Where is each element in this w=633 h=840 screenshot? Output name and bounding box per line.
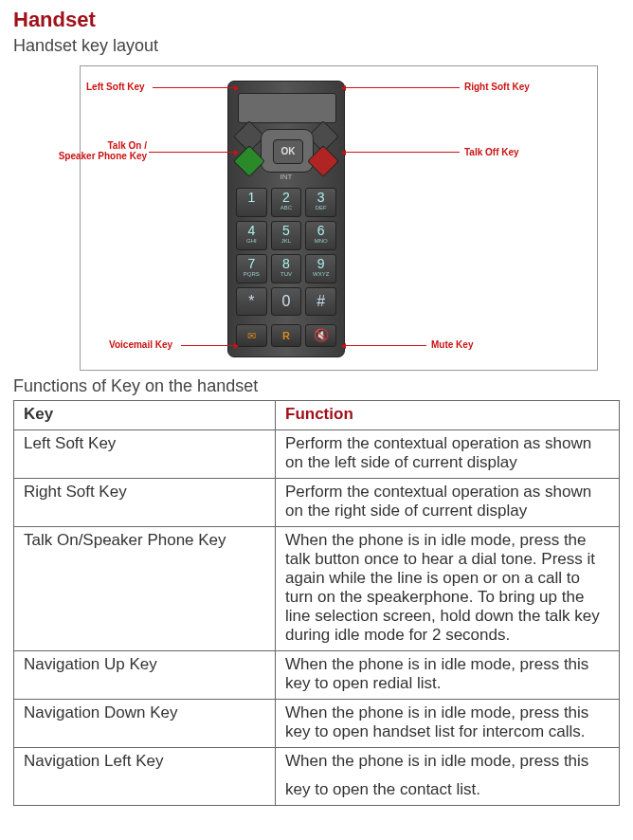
key-star: * [236,287,267,316]
key-8: 8TUV [271,254,302,283]
key-5: 5JKL [271,221,302,250]
cell-func: When the phone is in idle mode, press th… [276,651,620,700]
mute-key-icon: 🔇 [305,324,336,347]
cell-func: When the phone is in idle mode, press th… [276,748,620,777]
table-row: key to open the contact list. [14,776,620,806]
cell-key: Navigation Down Key [14,700,276,748]
cell-key: Right Soft Key [14,479,276,527]
key-3: 3DEF [305,188,336,217]
key-4: 4GHI [236,221,267,250]
key-9: 9WXYZ [305,254,336,283]
voicemail-label: Voicemail Key [109,339,172,350]
cell-func: Perform the contextual operation as show… [276,479,620,527]
table-row: Navigation Down Key When the phone is in… [14,700,620,748]
leader-line [153,87,234,88]
table-row: Navigation Up Key When the phone is in i… [14,651,620,700]
int-label: INT [270,173,302,184]
right-soft-label: Right Soft Key [464,82,530,92]
mute-label: Mute Key [431,339,473,350]
table-row: Navigation Left Key When the phone is in… [14,748,620,777]
talk-on-label: Talk On / Speaker Phone Key [24,140,147,161]
table-row: Talk On/Speaker Phone Key When the phone… [14,527,620,651]
talk-off-label: Talk Off Key [464,147,519,157]
key-6: 6MNO [305,221,336,250]
leader-line [149,152,234,153]
r-key: R [271,324,302,347]
functions-table: Key Function Left Soft Key Perform the c… [13,400,620,806]
cell-func: When the phone is in idle mode, press th… [276,527,620,651]
cell-func: When the phone is in idle mode, press th… [276,700,620,748]
bottom-row: ✉ R 🔇 [236,324,336,347]
handset-body: OK INT 1 2ABC 3DEF 4GHI 5JKL 6MNO 7PQRS … [227,81,345,357]
handset-screen [238,93,336,123]
cell-func: key to open the contact list. [276,776,620,806]
key-1: 1 [236,188,267,217]
page-title: Handset [13,8,620,32]
key-hash: # [305,287,336,316]
table-row: Right Soft Key Perform the contextual op… [14,479,620,527]
cell-key: Navigation Left Key [14,748,276,777]
cell-key: Talk On/Speaker Phone Key [14,527,276,651]
cell-key [14,776,276,806]
leader-line [346,152,460,153]
voicemail-key-icon: ✉ [236,324,267,347]
keypad: 1 2ABC 3DEF 4GHI 5JKL 6MNO 7PQRS 8TUV 9W… [236,188,336,316]
table-caption: Functions of Key on the handset [13,376,620,396]
left-soft-label: Left Soft Key [86,82,145,92]
th-key: Key [14,401,276,430]
handset-diagram: OK INT 1 2ABC 3DEF 4GHI 5JKL 6MNO 7PQRS … [80,65,598,371]
section-subtitle: Handset key layout [13,36,620,56]
leader-line [181,345,234,346]
cell-key: Left Soft Key [14,430,276,479]
leader-line [346,87,460,88]
key-7: 7PQRS [236,254,267,283]
cell-key: Navigation Up Key [14,651,276,700]
table-row: Left Soft Key Perform the contextual ope… [14,430,620,479]
leader-line [346,345,426,346]
key-0: 0 [271,287,302,316]
key-2: 2ABC [271,188,302,217]
ok-button: OK [273,139,303,164]
navigation-pad: OK [261,129,314,173]
th-function: Function [276,401,620,430]
cell-func: Perform the contextual operation as show… [276,430,620,479]
